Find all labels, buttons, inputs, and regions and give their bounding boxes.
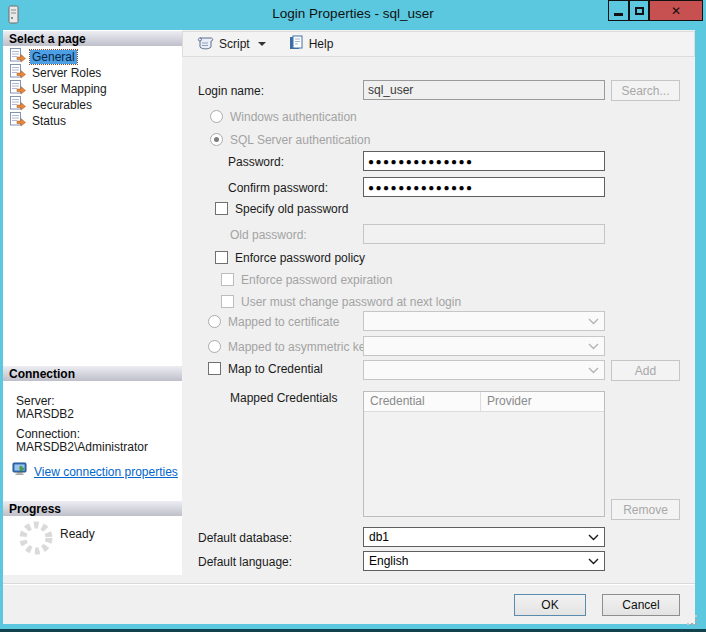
search-button[interactable]: Search... <box>611 80 680 101</box>
map-to-credential-label: Map to Credential <box>228 362 323 376</box>
specify-old-password-label: Specify old password <box>235 202 348 216</box>
enforce-expiration-checkbox[interactable] <box>221 273 234 286</box>
sidebar: Select a page General Server Roles User … <box>3 30 182 575</box>
default-language-select[interactable]: English <box>363 551 605 571</box>
help-icon <box>288 35 305 54</box>
window-title: Login Properties - sql_user <box>0 6 706 21</box>
help-button-label: Help <box>309 37 334 51</box>
column-header-credential[interactable]: Credential <box>364 392 481 411</box>
connection-header: Connection <box>3 365 182 381</box>
server-label: Server: <box>16 394 55 408</box>
sidebar-item-securables[interactable]: Securables <box>10 97 94 113</box>
help-button[interactable]: Help <box>284 33 338 56</box>
sidebar-item-label: User Mapping <box>30 82 109 96</box>
default-language-value: English <box>369 554 408 568</box>
default-database-select[interactable]: db1 <box>363 527 605 547</box>
view-connection-properties-label: View connection properties <box>34 465 178 479</box>
password-label: Password: <box>228 155 284 169</box>
chevron-down-icon <box>588 339 599 353</box>
script-dropdown-icon <box>258 42 266 46</box>
server-value: MARSDB2 <box>16 407 74 421</box>
mapped-asym-key-radio[interactable] <box>208 340 221 353</box>
mapped-asym-key-label: Mapped to asymmetric key <box>228 340 371 354</box>
login-properties-window: Login Properties - sql_user ✕ Select a p… <box>0 0 706 632</box>
close-icon: ✕ <box>671 4 681 18</box>
view-connection-properties[interactable]: View connection properties <box>12 462 178 481</box>
mapped-certificate-label: Mapped to certificate <box>228 315 339 329</box>
mapped-asym-key-select[interactable] <box>363 336 605 356</box>
footer-divider <box>3 583 695 585</box>
default-database-value: db1 <box>369 530 389 544</box>
chevron-down-icon <box>588 363 599 377</box>
sidebar-item-label: Server Roles <box>30 66 103 80</box>
connection-value: MARSDB2\Administrator <box>16 440 148 454</box>
windows-auth-radio[interactable] <box>210 110 223 123</box>
column-header-provider[interactable]: Provider <box>481 392 604 411</box>
password-input[interactable]: ●●●●●●●●●●●●●● <box>363 151 605 171</box>
login-name-input[interactable]: sql_user <box>363 80 605 100</box>
chevron-down-icon <box>588 314 599 328</box>
table-header-row: Credential Provider <box>364 392 604 412</box>
close-button[interactable]: ✕ <box>649 0 703 21</box>
confirm-password-input[interactable]: ●●●●●●●●●●●●●● <box>363 177 605 197</box>
minimize-icon <box>614 13 623 16</box>
chevron-down-icon <box>588 530 599 544</box>
progress-status: Ready <box>60 527 95 541</box>
mapped-credentials-table[interactable]: Credential Provider <box>363 391 605 517</box>
enforce-policy-label: Enforce password policy <box>235 251 365 265</box>
remove-button[interactable]: Remove <box>611 499 680 520</box>
confirm-password-label: Confirm password: <box>228 181 328 195</box>
default-language-label: Default language: <box>198 555 292 569</box>
must-change-password-label: User must change password at next login <box>241 295 461 309</box>
maximize-icon <box>635 7 644 15</box>
script-button-label: Script <box>219 37 250 51</box>
default-database-label: Default database: <box>198 531 292 545</box>
ok-button[interactable]: OK <box>514 594 586 616</box>
sql-auth-radio[interactable] <box>210 133 223 146</box>
window-border-right <box>695 30 706 632</box>
progress-spinner-icon <box>17 519 55 561</box>
sidebar-item-status[interactable]: Status <box>10 113 68 129</box>
sidebar-item-general[interactable]: General <box>10 49 77 65</box>
old-password-label: Old password: <box>230 228 307 242</box>
select-page-header: Select a page <box>3 30 182 46</box>
progress-header: Progress <box>3 500 182 516</box>
must-change-password-checkbox[interactable] <box>221 295 234 308</box>
sidebar-item-label: Securables <box>30 98 94 112</box>
mapped-certificate-select[interactable] <box>363 311 605 331</box>
cancel-button[interactable]: Cancel <box>602 594 680 616</box>
login-name-label: Login name: <box>198 84 264 98</box>
script-icon <box>195 35 215 54</box>
sidebar-item-label: General <box>30 50 77 64</box>
old-password-input[interactable] <box>363 224 605 244</box>
enforce-expiration-label: Enforce password expiration <box>241 273 392 287</box>
mapped-certificate-radio[interactable] <box>208 315 221 328</box>
minimize-button[interactable] <box>608 0 629 21</box>
sidebar-item-server-roles[interactable]: Server Roles <box>10 65 103 81</box>
connection-properties-icon <box>12 462 29 481</box>
mapped-credentials-label: Mapped Credentials <box>230 391 337 405</box>
sidebar-item-label: Status <box>30 114 68 128</box>
map-to-credential-select[interactable] <box>363 360 605 380</box>
sidebar-item-user-mapping[interactable]: User Mapping <box>10 81 109 97</box>
sql-auth-label: SQL Server authentication <box>230 133 370 147</box>
map-to-credential-checkbox[interactable] <box>208 362 221 375</box>
windows-auth-label: Windows authentication <box>230 110 357 124</box>
script-button[interactable]: Script <box>191 33 270 56</box>
add-button[interactable]: Add <box>611 360 680 381</box>
chevron-down-icon <box>588 554 599 568</box>
specify-old-password-checkbox[interactable] <box>215 202 228 215</box>
maximize-button[interactable] <box>629 0 649 21</box>
title-bar: Login Properties - sql_user ✕ <box>0 0 706 30</box>
dialog-toolbar: Script Help <box>182 31 695 57</box>
enforce-policy-checkbox[interactable] <box>215 251 228 264</box>
page-icon <box>10 112 26 130</box>
resize-grip[interactable] <box>686 612 698 630</box>
connection-label: Connection: <box>16 427 80 441</box>
